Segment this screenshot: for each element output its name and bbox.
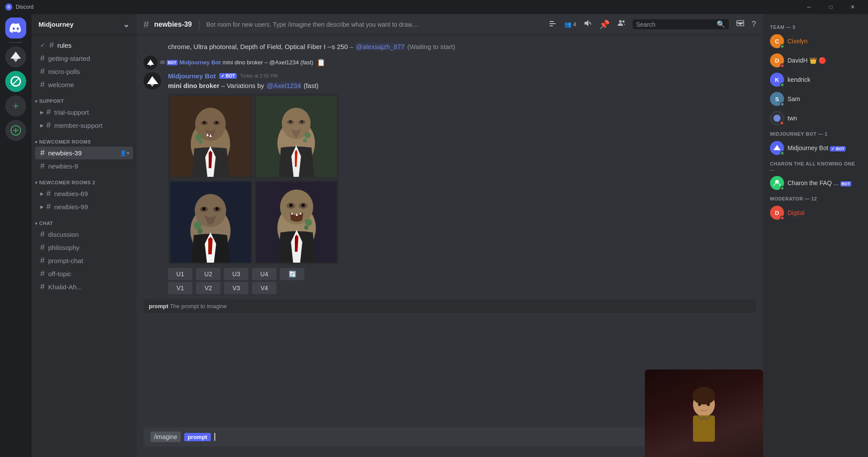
channel-item-member-support[interactable]: ▶ # member-support bbox=[35, 119, 133, 132]
minimize-button[interactable]: ─ bbox=[799, 0, 819, 14]
member-name-digital: Digital bbox=[788, 209, 805, 216]
member-midjourney-bot[interactable]: Midjourney Bot ✓ BOT bbox=[766, 138, 864, 158]
prev-mention[interactable]: @alexsajzh_877 bbox=[355, 43, 406, 50]
mute-icon[interactable] bbox=[583, 19, 592, 30]
svg-point-5 bbox=[619, 20, 622, 23]
team-section-title: TEAM — 5 bbox=[766, 21, 864, 32]
threads-icon[interactable] bbox=[549, 19, 557, 30]
member-digital[interactable]: D Digital bbox=[766, 203, 864, 222]
u4-button[interactable]: U4 bbox=[252, 268, 276, 280]
members-icon[interactable] bbox=[617, 19, 626, 30]
image-cell-4[interactable] bbox=[254, 179, 339, 264]
channel-item-trial-support[interactable]: ▶ # trial-support bbox=[35, 106, 133, 119]
image-cell-2[interactable] bbox=[254, 94, 339, 179]
hash-icon-prompt-chat: # bbox=[40, 256, 45, 265]
member-sam[interactable]: S Sam bbox=[766, 89, 864, 109]
channel-item-newbies-39[interactable]: # newbies-39 👤+ bbox=[35, 147, 133, 159]
member-name-sam: Sam bbox=[788, 95, 800, 102]
channel-name-off-topic: off-topic bbox=[48, 270, 130, 278]
help-icon[interactable]: ? bbox=[752, 20, 756, 29]
message-author: Midjourney Bot bbox=[168, 72, 216, 80]
member-kendrick[interactable]: K kendrick bbox=[766, 70, 864, 89]
titlebar-left: ⚙ Discord bbox=[5, 4, 34, 11]
v3-button[interactable]: V3 bbox=[224, 282, 248, 294]
message-group-bot: Midjourney Bot ✓ BOT Today at 2:55 PM mi… bbox=[136, 70, 763, 296]
message-mention[interactable]: @Axel1234 bbox=[266, 82, 302, 89]
prompt-chip[interactable]: prompt bbox=[184, 433, 211, 441]
pin-icon[interactable]: 📌 bbox=[599, 19, 610, 30]
prev-message-text: chrome, Ultra photoreal, Depth of Field,… bbox=[168, 43, 455, 50]
hash-icon-khalid: # bbox=[40, 282, 45, 292]
svg-point-13 bbox=[203, 121, 206, 124]
v1-button[interactable]: V1 bbox=[168, 282, 192, 294]
channel-item-philosophy[interactable]: # philosophy bbox=[35, 241, 133, 254]
server-icon-home[interactable] bbox=[5, 18, 26, 39]
channel-item-prompt-chat[interactable]: # prompt-chat bbox=[35, 254, 133, 267]
server-header[interactable]: Midjourney ⌄ bbox=[32, 14, 136, 35]
category-newcomer-rooms-2[interactable]: ▾ NEWCOMER ROOMS 2 bbox=[32, 173, 136, 187]
member-cixelyn[interactable]: C Cixelyn bbox=[766, 32, 864, 51]
svg-rect-1 bbox=[550, 21, 554, 22]
channel-item-getting-started[interactable]: # getting-started bbox=[35, 52, 133, 65]
channel-item-rules[interactable]: ✓ # rules bbox=[35, 39, 133, 52]
server-icon-openai[interactable] bbox=[5, 71, 26, 92]
category-chat[interactable]: ▾ CHAT bbox=[32, 214, 136, 228]
expand-icon-trial: ▶ bbox=[40, 110, 44, 115]
svg-point-23 bbox=[301, 120, 303, 123]
prompt-hint-text: The prompt to imagine bbox=[170, 303, 227, 309]
category-support[interactable]: ▾ SUPPORT bbox=[32, 91, 136, 105]
channel-item-khalid[interactable]: # Khalid-Ah... bbox=[35, 281, 133, 293]
image-cell-1[interactable] bbox=[168, 94, 253, 179]
variation-buttons: V1 V2 V3 V4 bbox=[168, 282, 756, 294]
channel-item-newbies-99[interactable]: ▶ # newbies-99 bbox=[35, 200, 133, 213]
member-charon[interactable]: Charon the FAQ ... BOT bbox=[766, 173, 864, 193]
header-search[interactable]: Search 🔍 bbox=[633, 19, 729, 29]
channel-item-newbies-69[interactable]: ▶ # newbies-69 bbox=[35, 187, 133, 200]
message-header: Midjourney Bot ✓ BOT Today at 2:55 PM bbox=[168, 72, 756, 80]
channel-name-newbies-39: newbies-39 bbox=[48, 149, 117, 157]
channel-name-discussion: discussion bbox=[48, 231, 130, 238]
v4-button[interactable]: V4 bbox=[252, 282, 276, 294]
server-sidebar: + bbox=[0, 14, 32, 457]
action-buttons: U1 U2 U3 U4 🔄 bbox=[168, 268, 756, 280]
v2-button[interactable]: V2 bbox=[196, 282, 220, 294]
channel-item-micro-polls[interactable]: # micro-polls bbox=[35, 65, 133, 78]
context-bot-badge: BOT bbox=[167, 60, 178, 65]
channel-item-welcome[interactable]: # welcome bbox=[35, 78, 133, 91]
maximize-button[interactable]: □ bbox=[821, 0, 841, 14]
close-button[interactable]: ✕ bbox=[843, 0, 863, 14]
member-davidh[interactable]: D DavidH 👑 🔴 bbox=[766, 51, 864, 70]
svg-point-16 bbox=[199, 140, 203, 144]
context-copy-icon[interactable]: 📋 bbox=[317, 58, 326, 67]
member-avatar-sam: S bbox=[770, 92, 784, 106]
channel-name-getting-started: getting-started bbox=[48, 55, 130, 62]
channel-header-actions: 👥 4 📌 Search 🔍 bbox=[549, 19, 756, 30]
titlebar-controls[interactable]: ─ □ ✕ bbox=[799, 0, 863, 14]
channel-item-discussion[interactable]: # discussion bbox=[35, 228, 133, 241]
member-count[interactable]: 👥 4 bbox=[564, 21, 576, 28]
member-twn[interactable]: twn bbox=[766, 109, 864, 128]
u1-button[interactable]: U1 bbox=[168, 268, 192, 280]
inbox-icon[interactable] bbox=[736, 19, 745, 30]
prev-status: (Waiting to start) bbox=[407, 43, 455, 50]
header-divider bbox=[199, 19, 200, 30]
u3-button[interactable]: U3 bbox=[224, 268, 248, 280]
member-name-twn: twn bbox=[788, 115, 797, 122]
u2-button[interactable]: U2 bbox=[196, 268, 220, 280]
category-newcomer-rooms-label: NEWCOMER ROOMS bbox=[39, 139, 91, 144]
channel-item-off-topic[interactable]: # off-topic bbox=[35, 267, 133, 280]
server-icon-add[interactable]: + bbox=[5, 95, 26, 116]
previous-message: chrome, Ultra photoreal, Depth of Field,… bbox=[136, 42, 763, 52]
member-avatar-kendrick: K bbox=[770, 73, 784, 87]
image-cell-3[interactable] bbox=[168, 179, 253, 264]
category-newcomer-rooms[interactable]: ▾ NEWCOMER ROOMS bbox=[32, 132, 136, 146]
image-grid[interactable] bbox=[168, 94, 339, 264]
hash-icon-newbies-9: # bbox=[40, 162, 45, 171]
member-count-value: 4 bbox=[573, 21, 576, 28]
server-icon-midjourney[interactable] bbox=[5, 46, 26, 67]
refresh-button[interactable]: 🔄 bbox=[280, 268, 304, 280]
channel-item-newbies-9[interactable]: # newbies-9 bbox=[35, 160, 133, 172]
message-fast: (fast) bbox=[304, 82, 318, 89]
server-icon-explore[interactable] bbox=[5, 120, 26, 141]
add-member-icon[interactable]: 👤+ bbox=[120, 150, 130, 156]
